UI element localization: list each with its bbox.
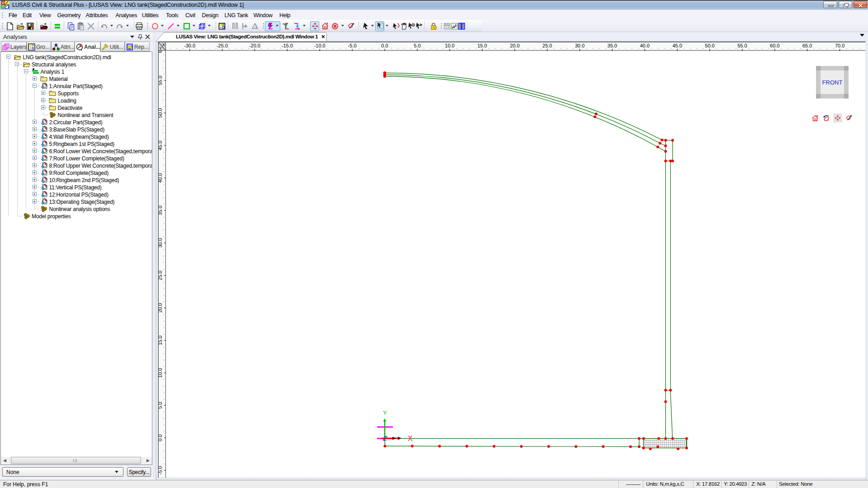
svg-text:0.0: 0.0 [159, 434, 163, 441]
svg-text:30.0: 30.0 [575, 43, 585, 48]
svg-text:40.0: 40.0 [640, 43, 649, 48]
svg-text:0.0: 0.0 [381, 43, 388, 48]
svg-text:Y: Y [159, 46, 162, 50]
svg-text:5.0: 5.0 [159, 402, 163, 408]
svg-text:60.0: 60.0 [770, 43, 779, 48]
svg-text:45.0: 45.0 [672, 43, 682, 48]
svg-text:10.0: 10.0 [159, 368, 163, 377]
svg-text:15.0: 15.0 [159, 336, 163, 345]
svg-text:5.0: 5.0 [414, 43, 420, 48]
svg-text:-15.0: -15.0 [282, 43, 293, 48]
svg-text:Z: Z [382, 434, 387, 442]
svg-text:X: X [408, 435, 413, 442]
svg-text:15.0: 15.0 [477, 43, 487, 48]
svg-text:20.0: 20.0 [159, 303, 163, 313]
svg-text:30.0: 30.0 [159, 238, 163, 248]
svg-text:25.0: 25.0 [542, 43, 552, 48]
svg-text:55.0: 55.0 [737, 43, 747, 48]
svg-text:50.0: 50.0 [705, 43, 714, 48]
svg-text:-5.0: -5.0 [348, 43, 357, 48]
svg-text:35.0: 35.0 [159, 206, 163, 215]
svg-text:Y: Y [383, 409, 387, 416]
svg-text:60.0: 60.0 [159, 51, 163, 53]
svg-text:-20.0: -20.0 [249, 43, 260, 48]
svg-text:65.0: 65.0 [802, 43, 812, 48]
svg-text:45.0: 45.0 [159, 141, 163, 150]
svg-text:70.0: 70.0 [835, 43, 844, 48]
svg-text:25.0: 25.0 [159, 271, 163, 280]
svg-text:40.0: 40.0 [159, 173, 163, 183]
svg-text:10.0: 10.0 [445, 43, 454, 48]
svg-text:-30.0: -30.0 [184, 43, 195, 48]
svg-text:50.0: 50.0 [159, 108, 163, 117]
svg-text:-25.0: -25.0 [217, 43, 228, 48]
svg-text:20.0: 20.0 [510, 43, 519, 48]
svg-text:X: X [162, 42, 165, 47]
svg-text:55.0: 55.0 [159, 75, 163, 85]
svg-text:35.0: 35.0 [608, 43, 617, 48]
svg-text:-10.0: -10.0 [314, 43, 326, 48]
svg-text:-5.0: -5.0 [159, 466, 163, 474]
